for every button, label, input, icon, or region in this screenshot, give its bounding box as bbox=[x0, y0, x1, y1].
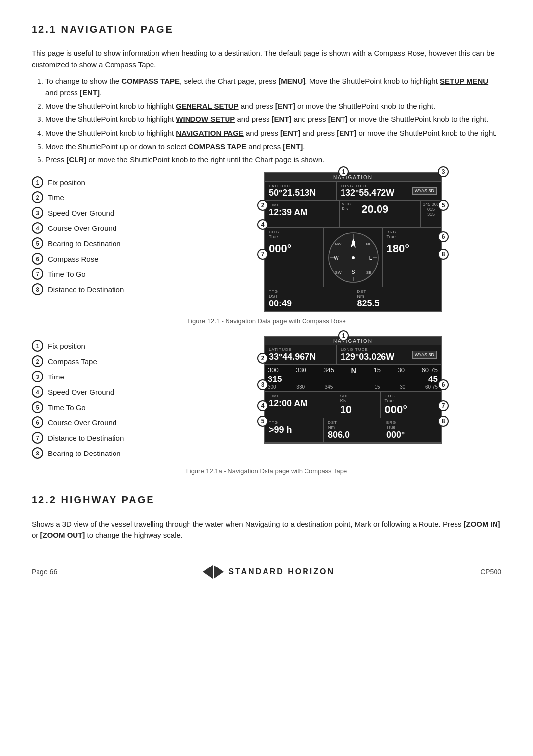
legend-num-3: 3 bbox=[32, 207, 43, 219]
compass-tape-section: 1 Fix position 2 Compass Tape 3 Time 4 S… bbox=[32, 336, 501, 462]
page-num: 66 bbox=[50, 568, 58, 576]
legend-num-4: 4 bbox=[32, 222, 43, 234]
step-6: Press [CLR] or move the ShuttlePoint kno… bbox=[45, 154, 501, 165]
true-label: True bbox=[269, 234, 319, 239]
device-cell-sog-label: SOG Kts bbox=[340, 201, 357, 227]
legend-item-3: 3 Speed Over Ground bbox=[32, 207, 199, 219]
legend-num-1: 1 bbox=[32, 176, 43, 188]
tape-time-label: TIME bbox=[269, 394, 332, 398]
tape-legend-item-8: 8 Bearing to Destination bbox=[32, 447, 199, 459]
tape-legend-num-1: 1 bbox=[32, 340, 43, 352]
compass-tape-device-wrapper: 1 2 3 6 4 7 5 8 NAVIGATION LATITUDE 33°4… bbox=[264, 336, 442, 444]
brg-value: 180° bbox=[387, 242, 437, 255]
dst-sub-label: DST bbox=[269, 294, 349, 299]
tape-n-300: 300 bbox=[268, 366, 279, 375]
tape-legend-label-7: Distance to Destination bbox=[48, 434, 124, 442]
tape-cell-time: TIME 12:00 AM bbox=[265, 392, 336, 418]
tape-legend-item-2: 2 Compass Tape bbox=[32, 355, 199, 367]
ttg-label: TTG bbox=[269, 289, 349, 294]
tape-dst-label: DST bbox=[328, 420, 378, 425]
footer: Page 66 Standard Horizon CP500 bbox=[32, 561, 501, 579]
tape-legend-label-4: Speed Over Ground bbox=[48, 388, 114, 396]
lon-label: LONGITUDE bbox=[341, 184, 404, 188]
device-row-compass: COG True 000° bbox=[265, 228, 441, 287]
device-row-latlon: LATITUDE 50°21.513N LONGITUDE 132°55.472… bbox=[265, 182, 441, 201]
legend-item-4: 4 Course Over Ground bbox=[32, 222, 199, 234]
section-12-1-title: 12.1 NAVIGATION PAGE bbox=[32, 24, 501, 38]
tape-time-value: 12:00 AM bbox=[269, 398, 332, 409]
tape-n-330: 330 bbox=[296, 366, 306, 375]
tape-true-label: True bbox=[384, 398, 437, 403]
tape-graphic-row: 300 330 345 N 15 30 60 75 315 45 3003303… bbox=[265, 365, 441, 392]
device-num-3: 3 bbox=[438, 166, 449, 177]
brg-label: BRG bbox=[387, 230, 437, 234]
compass-tape-device: NAVIGATION LATITUDE 33°44.967N LONGITUDE… bbox=[264, 336, 442, 444]
svg-text:NE: NE bbox=[366, 242, 371, 246]
compass-rose-section: 1 Fix position 2 Time 3 Speed Over Groun… bbox=[32, 172, 501, 312]
device-compass-rose-graphic: N S W E NW NE SW SE bbox=[324, 228, 383, 287]
tape-legend-num-8: 8 bbox=[32, 447, 43, 459]
step-2: Move the ShuttlePoint knob to highlight … bbox=[45, 100, 501, 112]
tape-device-num-8: 8 bbox=[438, 416, 449, 427]
tape-device-num-7: 7 bbox=[438, 400, 449, 411]
tape-lat-value: 33°44.967N bbox=[269, 352, 332, 362]
compass-rose-device-col: 1 2 3 4 5 6 7 8 NAVIGATION LATITUDE 50°2… bbox=[204, 172, 501, 312]
tape-legend-num-3: 3 bbox=[32, 371, 43, 382]
tape-sog-value: 10 bbox=[340, 403, 377, 416]
svg-text:SW: SW bbox=[335, 270, 341, 275]
device-cell-time: TIME 12:39 AM bbox=[265, 201, 340, 227]
tape-true2-label: True bbox=[386, 425, 437, 430]
tape-legend-num-5: 5 bbox=[32, 401, 43, 413]
legend-item-5: 5 Bearing to Destination bbox=[32, 237, 199, 249]
intro-paragraph: This page is useful to show information … bbox=[32, 47, 501, 71]
legend-label-2: Time bbox=[48, 193, 64, 202]
tape-cell-sog: SOG Kts 10 bbox=[336, 392, 381, 418]
tape-legend-label-5: Time To Go bbox=[48, 403, 86, 412]
legend-item-6: 6 Compass Rose bbox=[32, 253, 199, 265]
device-row-ttg-dst: TTG DST 00:49 DST Nm 825.5 bbox=[265, 287, 441, 311]
device-num-8: 8 bbox=[438, 249, 449, 260]
time-value: 12:39 AM bbox=[269, 207, 335, 218]
page-label: Page bbox=[32, 568, 48, 576]
tape-numbers-bot: 300330345 153060 75 bbox=[268, 384, 438, 390]
legend-label-4: Course Over Ground bbox=[48, 224, 116, 232]
device-cell-sog-val: 20.09 bbox=[357, 201, 421, 227]
fig2-caption: Figure 12.1a - Navigation Data page with… bbox=[32, 466, 501, 476]
svg-text:W: W bbox=[334, 255, 339, 261]
compass-rose-device: NAVIGATION LATITUDE 50°21.513N LONGITUDE… bbox=[264, 172, 442, 312]
legend-num-5: 5 bbox=[32, 237, 43, 249]
brand-name: Standard Horizon bbox=[228, 567, 335, 576]
device-row-time-sog: TIME 12:39 AM SOG Kts 20.09 345 005 015 … bbox=[265, 201, 441, 228]
fig1-caption: Figure 12.1 - Navigation Data page with … bbox=[32, 316, 501, 326]
legend-label-3: Speed Over Ground bbox=[48, 209, 114, 217]
tape-cell-dst: DST Nm 806.0 bbox=[324, 418, 382, 442]
time-label: TIME bbox=[269, 203, 335, 207]
tape-cell-lon: LONGITUDE 129°03.026W bbox=[337, 345, 408, 364]
triangle-left-icon bbox=[203, 565, 213, 579]
tape-legend-item-1: 1 Fix position bbox=[32, 340, 199, 352]
tape-legend-item-5: 5 Time To Go bbox=[32, 401, 199, 413]
svg-text:NW: NW bbox=[335, 242, 342, 246]
sog-value: 20.09 bbox=[361, 203, 417, 216]
section-12-2-body: Shows a 3D view of the vessel travelling… bbox=[32, 518, 501, 541]
footer-logo: Standard Horizon bbox=[203, 565, 335, 579]
svg-text:E: E bbox=[369, 255, 372, 261]
footer-model: CP500 bbox=[480, 568, 501, 576]
logo-triangles-icon bbox=[203, 565, 224, 579]
tape-ttg-label: TTG bbox=[269, 420, 319, 425]
legend-item-7: 7 Time To Go bbox=[32, 268, 199, 280]
steps-list: To change to show the COMPASS TAPE, sele… bbox=[45, 76, 501, 166]
tape-dir-n: N bbox=[351, 366, 356, 375]
true2-label: True bbox=[387, 234, 437, 239]
tape-n-30: 30 bbox=[398, 366, 405, 375]
tape-cell-cog: COG True 000° bbox=[381, 392, 441, 418]
section-12-2-title: 12.2 HIGHWAY PAGE bbox=[32, 494, 501, 509]
tape-highlight-num: 315 bbox=[268, 375, 282, 384]
tape-legend-item-7: 7 Distance to Destination bbox=[32, 432, 199, 444]
legend-num-7: 7 bbox=[32, 268, 43, 280]
tape-legend-label-1: Fix position bbox=[48, 342, 85, 350]
tape-cog-value: 000° bbox=[384, 403, 437, 416]
tape-legend-label-2: Compass Tape bbox=[48, 357, 97, 366]
tape-legend-num-2: 2 bbox=[32, 355, 43, 367]
tape-cell-waas: WAAS 3D bbox=[408, 345, 441, 364]
